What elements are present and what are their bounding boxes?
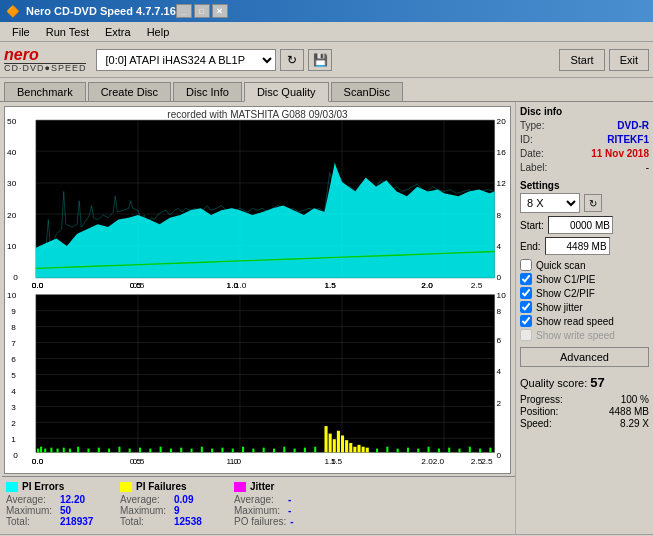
quality-score-label: Quality score: — [520, 377, 587, 389]
show-c2-checkbox[interactable] — [520, 287, 532, 299]
side-panel: Disc info Type: DVD-R ID: RITEKF1 Date: … — [515, 102, 653, 534]
svg-rect-115 — [304, 448, 306, 453]
show-jitter-label: Show jitter — [536, 302, 583, 313]
svg-rect-104 — [324, 426, 327, 452]
svg-text:0: 0 — [497, 451, 502, 460]
svg-rect-99 — [252, 449, 254, 453]
svg-rect-110 — [349, 443, 352, 452]
svg-rect-112 — [357, 445, 360, 453]
minimize-button[interactable]: _ — [176, 4, 192, 18]
jitter-avg-value: - — [288, 494, 328, 505]
close-button[interactable]: ✕ — [212, 4, 228, 18]
svg-text:8: 8 — [497, 308, 502, 317]
show-write-speed-row: Show write speed — [520, 329, 649, 341]
tab-bar: Benchmark Create Disc Disc Info Disc Qua… — [0, 78, 653, 102]
svg-rect-119 — [397, 449, 399, 453]
speed-value: 8.29 X — [620, 418, 649, 429]
disc-type-row: Type: DVD-R — [520, 119, 649, 132]
svg-text:9: 9 — [11, 308, 16, 317]
start-input[interactable] — [548, 216, 613, 234]
show-c1-label: Show C1/PIE — [536, 274, 595, 285]
jitter-color — [234, 482, 246, 492]
speed-refresh-icon[interactable]: ↻ — [584, 194, 602, 212]
pi-errors-group: PI Errors Average: 12.20 Maximum: 50 Tot… — [6, 481, 100, 528]
svg-text:2: 2 — [497, 400, 502, 409]
settings-section: Settings 8 X ↻ Start: End: Quick scan — [520, 180, 649, 371]
svg-rect-87 — [129, 449, 131, 453]
end-input[interactable] — [545, 237, 610, 255]
svg-text:20: 20 — [497, 117, 507, 126]
end-row: End: — [520, 237, 649, 255]
svg-text:0: 0 — [13, 451, 18, 460]
progress-label: Progress: — [520, 394, 563, 405]
svg-text:1.0: 1.0 — [227, 457, 239, 466]
jitter-group: Jitter Average: - Maximum: - PO failures… — [234, 481, 330, 528]
po-failures-value: - — [290, 516, 330, 527]
speed-label: Speed: — [520, 418, 552, 429]
start-label: Start: — [520, 220, 544, 231]
tab-disc-info[interactable]: Disc Info — [173, 82, 242, 101]
speed-row: 8 X ↻ — [520, 193, 649, 213]
disc-id-label: ID: — [520, 134, 533, 145]
svg-text:8: 8 — [11, 324, 16, 333]
speed-select[interactable]: 8 X — [520, 193, 580, 213]
nero-logo-top: nero — [4, 47, 86, 63]
menu-help[interactable]: Help — [139, 24, 178, 40]
svg-text:12: 12 — [497, 179, 506, 188]
svg-rect-96 — [221, 448, 223, 453]
show-jitter-checkbox[interactable] — [520, 301, 532, 313]
svg-text:4: 4 — [11, 388, 16, 397]
tab-benchmark[interactable]: Benchmark — [4, 82, 86, 101]
quality-score-value: 57 — [590, 375, 604, 390]
tab-scan-disc[interactable]: ScanDisc — [331, 82, 403, 101]
show-write-speed-checkbox[interactable] — [520, 329, 532, 341]
save-icon[interactable]: 💾 — [308, 49, 332, 71]
recorded-text: recorded with MATSHITA G088 09/03/03 — [167, 109, 347, 120]
svg-rect-107 — [337, 431, 340, 453]
tab-disc-quality[interactable]: Disc Quality — [244, 82, 329, 102]
menu-run-test[interactable]: Run Test — [38, 24, 97, 40]
svg-rect-109 — [345, 440, 348, 452]
exit-button[interactable]: Exit — [609, 49, 649, 71]
disc-date-value: 11 Nov 2018 — [591, 148, 649, 159]
show-read-speed-checkbox[interactable] — [520, 315, 532, 327]
position-row: Position: 4488 MB — [520, 406, 649, 417]
maximize-button[interactable]: □ — [194, 4, 210, 18]
svg-text:2.5: 2.5 — [471, 281, 483, 290]
advanced-button[interactable]: Advanced — [520, 347, 649, 367]
svg-text:0.0: 0.0 — [32, 281, 44, 290]
pi-failures-total-value: 12538 — [174, 516, 214, 527]
disc-info-title: Disc info — [520, 106, 649, 117]
start-button[interactable]: Start — [559, 49, 604, 71]
svg-rect-84 — [98, 448, 100, 453]
svg-rect-128 — [489, 448, 491, 453]
svg-rect-121 — [417, 449, 419, 453]
drive-select[interactable]: [0:0] ATAPI iHAS324 A BL1P — [96, 49, 276, 71]
menu-file[interactable]: File — [4, 24, 38, 40]
svg-text:0: 0 — [497, 273, 502, 282]
pi-failures-max-label: Maximum: — [120, 505, 170, 516]
pi-errors-avg-label: Average: — [6, 494, 56, 505]
refresh-icon[interactable]: ↻ — [280, 49, 304, 71]
pi-failures-label: PI Failures — [136, 481, 187, 492]
tab-create-disc[interactable]: Create Disc — [88, 82, 171, 101]
svg-text:2.5: 2.5 — [471, 457, 483, 466]
svg-rect-116 — [314, 447, 316, 453]
svg-text:10: 10 — [7, 242, 17, 251]
show-c1-checkbox[interactable] — [520, 273, 532, 285]
svg-rect-91 — [170, 449, 172, 453]
end-label: End: — [520, 241, 541, 252]
pi-failures-avg-label: Average: — [120, 494, 170, 505]
progress-section: Progress: 100 % Position: 4488 MB Speed:… — [520, 394, 649, 429]
svg-rect-82 — [77, 447, 79, 453]
toolbar: nero CD·DVD●SPEED [0:0] ATAPI iHAS324 A … — [0, 42, 653, 78]
pi-failures-total-label: Total: — [120, 516, 170, 527]
disc-date-label: Date: — [520, 148, 544, 159]
title-bar: 🔶 Nero CD-DVD Speed 4.7.7.16 _ □ ✕ — [0, 0, 653, 22]
svg-text:2.0: 2.0 — [421, 281, 433, 290]
svg-text:6: 6 — [497, 336, 502, 345]
quick-scan-checkbox[interactable] — [520, 259, 532, 271]
menu-extra[interactable]: Extra — [97, 24, 139, 40]
svg-rect-89 — [149, 449, 151, 453]
svg-text:10: 10 — [7, 292, 17, 301]
